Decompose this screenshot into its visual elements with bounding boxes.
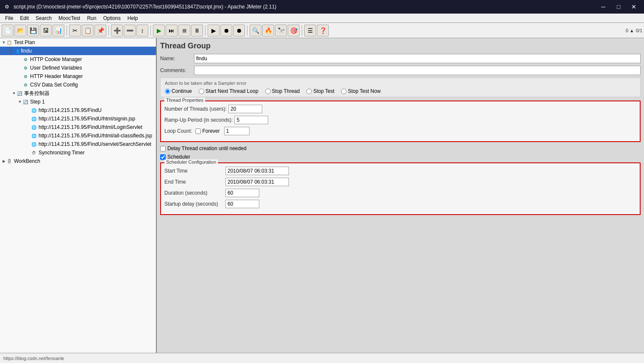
- tree-item-user-vars[interactable]: ▶ ⚙ User Defined Variables: [0, 64, 156, 72]
- csv-icon: ⚙: [22, 81, 29, 88]
- forever-checkbox[interactable]: [195, 128, 201, 134]
- toolbar-right: 0 ▲ 0/1: [626, 28, 642, 33]
- expand-icon-findu[interactable]: ▼: [8, 49, 13, 53]
- action-section: Action to be taken after a Sampler error…: [160, 78, 641, 97]
- forever-label[interactable]: Forever: [195, 128, 219, 134]
- radio-start-next[interactable]: Start Next Thread Loop: [199, 88, 258, 94]
- tb-func-helper[interactable]: ⏺: [233, 25, 245, 36]
- tb-clear-all[interactable]: ⏺: [220, 25, 232, 36]
- ramp-up-input[interactable]: [234, 116, 268, 124]
- tb-save-as[interactable]: 🖫: [40, 25, 52, 36]
- step1-icon: 🔄: [22, 98, 29, 105]
- radio-continue[interactable]: Continue: [165, 88, 192, 94]
- radio-start-next-input[interactable]: [199, 89, 204, 94]
- tree-item-test-plan[interactable]: ▼ 📋 Test Plan: [0, 38, 156, 47]
- tb-shutdown[interactable]: ⏸: [191, 25, 203, 36]
- radio-stop-test-now-input[interactable]: [341, 89, 347, 94]
- tb-open[interactable]: 📂: [14, 25, 26, 36]
- expand-icon-wb[interactable]: ▶: [2, 159, 6, 163]
- close-button[interactable]: ✕: [627, 3, 641, 11]
- panel-title: Thread Group: [160, 42, 641, 50]
- name-label: Name:: [160, 56, 194, 61]
- tb-expand[interactable]: ↕: [136, 25, 148, 36]
- loop-count-row: Loop Count: Forever: [164, 127, 636, 135]
- tb-start[interactable]: ▶: [153, 25, 165, 36]
- ramp-up-row: Ramp-Up Period (in seconds):: [164, 116, 636, 124]
- menu-options[interactable]: Options: [100, 14, 124, 22]
- expand-icon-ctrl[interactable]: ▼: [12, 91, 16, 95]
- radio-stop-test-now[interactable]: Stop Test Now: [341, 88, 380, 94]
- tb-add[interactable]: ➕: [111, 25, 123, 36]
- start-time-label: Start Time: [164, 168, 224, 174]
- menu-run[interactable]: Run: [83, 14, 100, 22]
- tree-item-http-header[interactable]: ▶ ⚙ HTTP Header Manager: [0, 72, 156, 81]
- tree-item-url2[interactable]: ▶ 🌐 http://114.215.176.95/FindU/html/sig…: [0, 114, 156, 123]
- tb-clear[interactable]: ▶: [208, 25, 219, 36]
- thread-properties-box: Thread Properties Number of Threads (use…: [160, 101, 641, 142]
- tb-start-no-pause[interactable]: ⏭: [166, 25, 178, 36]
- tb-search[interactable]: 🔍: [250, 25, 261, 36]
- end-time-input[interactable]: [225, 178, 289, 186]
- duration-label: Duration (seconds): [164, 190, 224, 196]
- menu-help[interactable]: Help: [124, 14, 142, 22]
- expand-icon[interactable]: ▼: [2, 40, 6, 45]
- tb-list[interactable]: ☰: [304, 25, 316, 36]
- scheduler-checkbox[interactable]: [160, 154, 166, 160]
- expand-icon-step1[interactable]: ▼: [18, 100, 22, 104]
- name-input[interactable]: [194, 54, 641, 63]
- startup-delay-input[interactable]: [225, 200, 259, 208]
- tb-target[interactable]: 🎯: [288, 25, 300, 36]
- tree-label-url2: http://114.215.176.95/FindU/html/signin.…: [39, 116, 135, 122]
- radio-stop-thread[interactable]: Stop Thread: [265, 88, 300, 94]
- tb-stop[interactable]: ⏹: [178, 25, 190, 36]
- tree-item-url5[interactable]: ▶ 🌐 http://114.215.176.95/FindU/servlet/…: [0, 140, 156, 148]
- tree-item-findu[interactable]: ▼ 👥 findu: [0, 47, 156, 55]
- tb-help[interactable]: ❓: [317, 25, 329, 36]
- tree-item-controller[interactable]: ▼ 🔄 事务控制器: [0, 89, 156, 98]
- tree-label-url4: http://114.215.176.95/FindU/html/all-cla…: [39, 133, 152, 139]
- radio-stop-test-now-label: Stop Test Now: [348, 88, 380, 94]
- num-threads-input[interactable]: [228, 105, 262, 113]
- tb-new[interactable]: 📄: [2, 25, 14, 36]
- radio-stop-test[interactable]: Stop Test: [306, 88, 334, 94]
- tb-report[interactable]: 📊: [53, 25, 64, 36]
- tb-fire[interactable]: 🔥: [262, 25, 274, 36]
- menu-mooctest[interactable]: MoocTest: [55, 14, 83, 22]
- comments-input[interactable]: [194, 66, 641, 75]
- loop-count-input[interactable]: [224, 127, 250, 135]
- tree-item-workbench[interactable]: ▶ 🗄 WorkBench: [0, 157, 156, 165]
- tree-item-url1[interactable]: ▶ 🌐 http://114.215.176.95/FindU: [0, 106, 156, 114]
- url4-icon: 🌐: [31, 132, 37, 139]
- delay-creation-checkbox[interactable]: [160, 146, 166, 151]
- duration-input[interactable]: [225, 189, 259, 197]
- tb-paste[interactable]: 📌: [94, 25, 106, 36]
- status-bar: https://blog.csdn.net/fennanle: [0, 353, 644, 363]
- tree-label-http-header: HTTP Header Manager: [30, 73, 83, 79]
- radio-continue-input[interactable]: [165, 89, 170, 94]
- tb-telescope[interactable]: 🔭: [275, 25, 287, 36]
- title-text: script.jmx (D:\mooctest-jmeter-v5\projec…: [14, 4, 597, 10]
- minimize-button[interactable]: ─: [597, 3, 610, 11]
- radio-stop-test-input[interactable]: [306, 89, 312, 94]
- maximize-button[interactable]: □: [612, 3, 625, 11]
- menu-search[interactable]: Search: [32, 14, 55, 22]
- radio-start-next-label: Start Next Thread Loop: [205, 88, 258, 94]
- tree-item-sync-timer[interactable]: ▶ ⏱ Synchronizing Timer: [0, 148, 156, 157]
- menu-edit[interactable]: Edit: [17, 14, 32, 22]
- tree-item-csv[interactable]: ▶ ⚙ CSV Data Set Config: [0, 81, 156, 89]
- sep3: [150, 25, 151, 36]
- tree-item-step1[interactable]: ▼ 🔄 Step 1: [0, 98, 156, 106]
- radio-stop-thread-input[interactable]: [265, 89, 271, 94]
- tree-item-url3[interactable]: ▶ 🌐 http://114.215.176.95/FindU/html/Log…: [0, 123, 156, 131]
- tree-item-url4[interactable]: ▶ 🌐 http://114.215.176.95/FindU/html/all…: [0, 131, 156, 140]
- tb-cut[interactable]: ✂: [69, 25, 81, 36]
- comments-label: Comments:: [160, 67, 194, 73]
- tb-copy[interactable]: 📋: [82, 25, 94, 36]
- tree-item-http-cookie[interactable]: ▶ ⚙ HTTP Cookie Manager: [0, 55, 156, 64]
- menu-file[interactable]: File: [2, 14, 17, 22]
- startup-delay-label: Startup delay (seconds): [164, 201, 224, 207]
- tb-remove[interactable]: ➖: [124, 25, 136, 36]
- start-time-input[interactable]: [225, 167, 289, 175]
- thread-group-icon: 👥: [13, 47, 19, 54]
- tb-save[interactable]: 💾: [27, 25, 39, 36]
